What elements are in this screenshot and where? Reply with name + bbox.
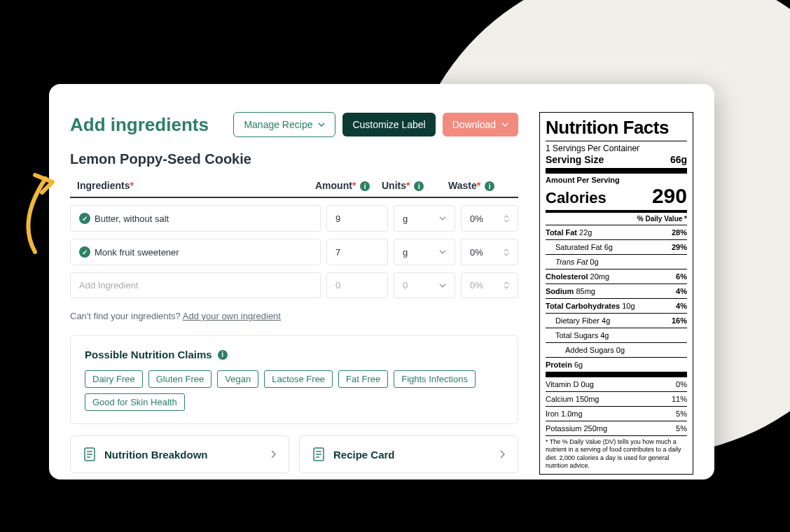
nf-nutrient-row: Total Sugars 4g: [546, 330, 687, 340]
waste-input[interactable]: 0%: [461, 272, 518, 298]
amount-input[interactable]: 9: [326, 205, 388, 232]
nf-dv-header: % Daily Value *: [546, 215, 687, 223]
col-waste: Waste* i: [448, 180, 511, 191]
nf-nutrient-row: Sodium 85mg4%: [546, 286, 687, 296]
add-own-ingredient-link[interactable]: Add your own ingredient: [183, 311, 281, 321]
decorative-arrow: [14, 172, 63, 258]
nutrition-breakdown-card[interactable]: Nutrition Breakdown: [70, 435, 289, 473]
nf-title: Nutrition Facts: [546, 117, 687, 139]
download-button[interactable]: Download: [443, 113, 518, 136]
nf-footnote: * The % Daily Value (DV) tells you how m…: [546, 438, 687, 470]
claims-title: Possible Nutrition Claims i: [85, 349, 504, 360]
chevron-down-icon: [318, 122, 325, 127]
nf-nutrient-row: Saturated Fat 6g29%: [546, 242, 687, 252]
info-icon[interactable]: i: [360, 181, 370, 191]
amount-input[interactable]: 7: [326, 239, 388, 265]
ingredient-row: Monk fruit sweetener 7 g 0%: [70, 239, 518, 265]
ingredient-cell[interactable]: Monk fruit sweetener: [70, 239, 321, 265]
manage-recipe-label: Manage Recipe: [244, 119, 312, 130]
claim-chip[interactable]: Gluten Free: [148, 370, 212, 388]
chevron-right-icon: [500, 449, 505, 461]
unit-select[interactable]: g: [394, 239, 455, 265]
claim-chip[interactable]: Good for Skin Health: [85, 393, 185, 411]
download-label: Download: [452, 119, 496, 130]
table-header: Ingredients* Amount* i Units* i Waste* i: [70, 180, 518, 198]
unit-select[interactable]: g: [394, 205, 455, 232]
claim-chip[interactable]: Vegan: [217, 370, 258, 388]
claim-chip[interactable]: Lactose Free: [264, 370, 333, 388]
nf-nutrient-row: Total Carbohydrates 10g4%: [546, 301, 687, 311]
amount-input[interactable]: 0: [326, 272, 388, 298]
empty-ingredient-row: Add Ingredient 0 0 0%: [70, 272, 518, 298]
recipe-name: Lemon Poppy-Seed Cookie: [70, 151, 518, 167]
info-icon[interactable]: i: [485, 181, 494, 191]
nf-nutrient-row: Added Sugars 0g: [546, 345, 687, 355]
col-units: Units* i: [382, 180, 448, 191]
chevron-down-icon: [501, 122, 508, 127]
chevron-down-icon: [439, 250, 446, 254]
nutrition-facts-label: Nutrition Facts 1 Servings Per Container…: [539, 112, 693, 475]
left-column: Add ingredients Manage Recipe Customize …: [70, 112, 518, 458]
check-icon: [79, 246, 90, 258]
nf-nutrient-row: Dietary Fiber 4g16%: [546, 316, 687, 326]
info-icon[interactable]: i: [218, 350, 228, 360]
customize-label-button[interactable]: Customize Label: [342, 113, 435, 136]
claims-box: Possible Nutrition Claims i Dairy FreeGl…: [70, 335, 518, 424]
claim-chip[interactable]: Fights Infections: [394, 370, 476, 388]
nf-nutrient-row: Total Fat 22g28%: [546, 227, 687, 237]
document-icon: [312, 447, 325, 461]
recipe-card-link[interactable]: Recipe Card: [299, 435, 518, 473]
helper-text: Can't find your ingredients? Add your ow…: [70, 311, 518, 321]
nf-calories: Calories 290: [546, 184, 687, 208]
unit-select[interactable]: 0: [394, 272, 455, 298]
chevron-down-icon: [439, 216, 446, 220]
nf-ingredients: Ingredients: Almond flour, Lime Extract,…: [539, 479, 693, 496]
nf-micro-row: Iron 1.0mg5%: [546, 409, 687, 419]
document-icon: [83, 447, 96, 461]
ingredient-cell[interactable]: Butter, without salt: [70, 205, 321, 232]
stepper-icon: [504, 248, 509, 256]
customize-label-text: Customize Label: [352, 119, 425, 130]
nf-serving-size: Serving Size 66g: [546, 153, 687, 166]
info-icon[interactable]: i: [414, 181, 424, 191]
nf-micro-row: Vitamin D 0ug0%: [546, 379, 687, 389]
col-ingredients: Ingredients*: [77, 180, 315, 191]
link-cards: Nutrition Breakdown Recipe Card: [70, 435, 518, 473]
nutrition-facts-panel: Nutrition Facts 1 Servings Per Container…: [539, 112, 693, 458]
stepper-icon: [504, 281, 509, 289]
col-amount: Amount* i: [315, 180, 382, 191]
stepper-icon: [504, 215, 509, 223]
chevron-right-icon: [271, 449, 276, 461]
claim-chip[interactable]: Dairy Free: [85, 370, 143, 388]
chevron-down-icon: [439, 284, 446, 288]
nf-micro-row: Calcium 150mg11%: [546, 394, 687, 404]
waste-input[interactable]: 0%: [461, 239, 518, 265]
header-row: Add ingredients Manage Recipe Customize …: [70, 112, 518, 137]
check-icon: [79, 213, 90, 224]
add-ingredient-input[interactable]: Add Ingredient: [70, 272, 321, 298]
nf-servings: 1 Servings Per Container: [546, 144, 687, 153]
manage-recipe-button[interactable]: Manage Recipe: [233, 112, 335, 137]
waste-input[interactable]: 0%: [461, 205, 518, 232]
main-card: Add ingredients Manage Recipe Customize …: [49, 84, 714, 479]
nf-amount-per-serving: Amount Per Serving: [546, 176, 687, 184]
nf-nutrient-row: Cholesterol 20mg6%: [546, 272, 687, 281]
nf-nutrient-row: Protein 6g: [546, 360, 687, 370]
ingredient-row: Butter, without salt 9 g 0%: [70, 205, 518, 232]
nf-nutrient-row: Trans Fat 0g: [546, 257, 687, 267]
claim-chip[interactable]: Fat Free: [338, 370, 388, 388]
nf-micro-row: Potassium 250mg5%: [546, 424, 687, 433]
page-title: Add ingredients: [70, 114, 226, 136]
